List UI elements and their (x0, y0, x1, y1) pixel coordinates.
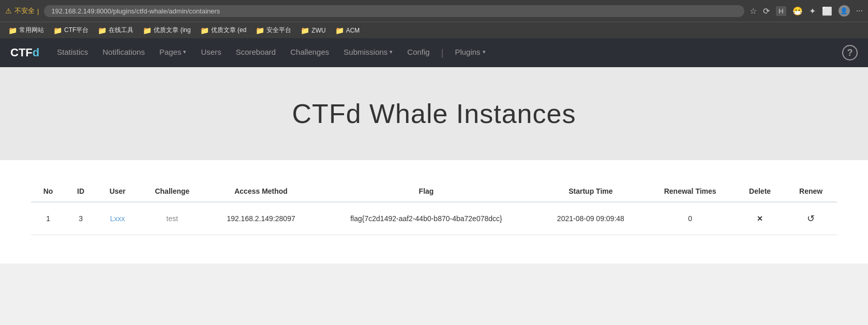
bookmark-label-6: 安全平台 (266, 26, 291, 35)
bookmark-ctf[interactable]: 📁 CTF平台 (50, 25, 92, 36)
table-row: 1 3 Lxxx test 192.168.2.149:28097 flag{7… (31, 202, 837, 235)
browser-warning: ⚠ 不安全 | (5, 6, 39, 16)
extension-mask-icon[interactable]: 😷 (792, 6, 803, 16)
col-renew: Renew (785, 181, 837, 202)
folder-icon-2: 📁 (53, 26, 62, 35)
browser-icons: ☆ ⟳ H 😷 ✦ ⬜ 👤 ··· (750, 5, 863, 17)
table-body: 1 3 Lxxx test 192.168.2.149:28097 flag{7… (31, 202, 837, 235)
url-text: 192.168.2.149:8000/plugins/ctfd-whale/ad… (51, 7, 220, 15)
cell-challenge: test (139, 202, 205, 235)
warning-icon: ⚠ (5, 7, 12, 15)
address-bar[interactable]: 192.168.2.149:8000/plugins/ctfd-whale/ad… (44, 5, 744, 17)
cell-user: Lxxx (96, 202, 139, 235)
cell-renewal-times: 0 (645, 202, 735, 235)
main-content: No ID User Challenge Access Method Flag (0, 160, 868, 264)
bookmark-label-7: ZWU (311, 27, 325, 34)
nav-links: Statistics Notifications Pages ▾ Users S… (50, 38, 842, 67)
bookmark-articles-ed[interactable]: 📁 优质文章 (ed (197, 25, 250, 36)
bookmark-security[interactable]: 📁 安全平台 (252, 25, 294, 36)
nav-pages[interactable]: Pages ▾ (152, 38, 194, 67)
nav-statistics[interactable]: Statistics (50, 38, 95, 67)
folder-icon-7: 📁 (301, 26, 309, 35)
bookmark-label-5: 优质文章 (ed (211, 26, 247, 35)
folder-icon-4: 📁 (143, 26, 152, 35)
bookmark-label-2: CTF平台 (64, 26, 88, 35)
navbar: CTFd Statistics Notifications Pages ▾ Us… (0, 38, 868, 67)
navbar-brand[interactable]: CTFd (10, 46, 39, 59)
table-header: No ID User Challenge Access Method Flag (31, 181, 837, 202)
pages-dropdown-arrow: ▾ (183, 49, 186, 55)
challenge-link[interactable]: test (167, 214, 178, 223)
col-id: ID (65, 181, 96, 202)
submissions-dropdown-arrow: ▾ (390, 49, 393, 55)
col-flag: Flag (317, 181, 536, 202)
nav-scoreboard[interactable]: Scoreboard (229, 38, 283, 67)
nav-plugins[interactable]: Plugins ▾ (447, 38, 492, 67)
refresh-icon[interactable]: ⟳ (763, 6, 770, 16)
bookmarks-bar: 📁 常用网站 📁 CTF平台 📁 在线工具 📁 优质文章 (ing 📁 优质文章… (0, 22, 868, 38)
bookmark-label-4: 优质文章 (ing (154, 26, 190, 35)
renew-button[interactable]: ↺ (803, 211, 819, 226)
cell-startup-time: 2021-08-09 09:09:48 (536, 202, 645, 235)
page-header: CTFd Whale Instances (0, 67, 868, 160)
nav-submissions[interactable]: Submissions ▾ (336, 38, 400, 67)
nav-right: ? (842, 45, 858, 60)
delete-button[interactable]: × (753, 211, 767, 226)
instances-table: No ID User Challenge Access Method Flag (31, 181, 837, 235)
bookmark-zwu[interactable]: 📁 ZWU (297, 25, 328, 36)
col-renewal-times: Renewal Times (645, 181, 735, 202)
nav-divider: | (437, 48, 448, 58)
extension-h-icon[interactable]: H (776, 6, 786, 16)
extension-star-icon[interactable]: ✦ (809, 6, 816, 16)
cell-access-method: 192.168.2.149:28097 (205, 202, 316, 235)
col-startup-time: Startup Time (536, 181, 645, 202)
brand-text: CTFd (10, 46, 39, 59)
cell-delete: × (735, 202, 785, 235)
warning-text: 不安全 (14, 6, 35, 16)
folder-icon-6: 📁 (256, 26, 264, 35)
more-options-icon[interactable]: ··· (856, 6, 863, 16)
nav-users[interactable]: Users (193, 38, 228, 67)
user-avatar[interactable]: 👤 (839, 5, 850, 17)
url-path: :8000/plugins/ctfd-whale/admin/container… (95, 7, 220, 15)
header-row: No ID User Challenge Access Method Flag (31, 181, 837, 202)
folder-icon-3: 📁 (98, 26, 107, 35)
browser-chrome: ⚠ 不安全 | 192.168.2.149:8000/plugins/ctfd-… (0, 0, 868, 22)
nav-challenges[interactable]: Challenges (283, 38, 336, 67)
folder-icon-5: 📁 (200, 26, 209, 35)
bookmark-acm[interactable]: 📁 ACM (332, 25, 363, 36)
bookmark-label-1: 常用网站 (19, 26, 44, 35)
col-access-method: Access Method (205, 181, 316, 202)
cell-id: 3 (65, 202, 96, 235)
url-domain: 192.168.2.149 (51, 7, 94, 15)
bookmark-changyon[interactable]: 📁 常用网站 (5, 25, 47, 36)
col-user: User (96, 181, 139, 202)
nav-notifications[interactable]: Notifications (95, 38, 152, 67)
col-delete: Delete (735, 181, 785, 202)
cell-renew: ↺ (785, 202, 837, 235)
separator: | (37, 7, 39, 15)
bookmark-articles-ing[interactable]: 📁 优质文章 (ing (140, 25, 193, 36)
folder-icon-8: 📁 (335, 26, 344, 35)
help-icon[interactable]: ? (842, 45, 858, 60)
plugins-dropdown-arrow: ▾ (483, 49, 486, 55)
col-challenge: Challenge (139, 181, 205, 202)
cell-no: 1 (31, 202, 65, 235)
cell-flag: flag{7c2d1492-aaf2-44b0-b870-4ba72e078dc… (317, 202, 536, 235)
col-no: No (31, 181, 65, 202)
bookmark-label-8: ACM (346, 27, 360, 34)
bookmark-tools[interactable]: 📁 在线工具 (95, 25, 137, 36)
nav-config[interactable]: Config (400, 38, 437, 67)
page-title: CTFd Whale Instances (10, 98, 858, 129)
folder-icon-1: 📁 (8, 26, 17, 35)
user-link[interactable]: Lxxx (110, 214, 125, 223)
bookmark-label-3: 在线工具 (109, 26, 133, 35)
extension-tab-icon[interactable]: ⬜ (822, 6, 832, 16)
bookmark-icon[interactable]: ☆ (750, 6, 757, 16)
